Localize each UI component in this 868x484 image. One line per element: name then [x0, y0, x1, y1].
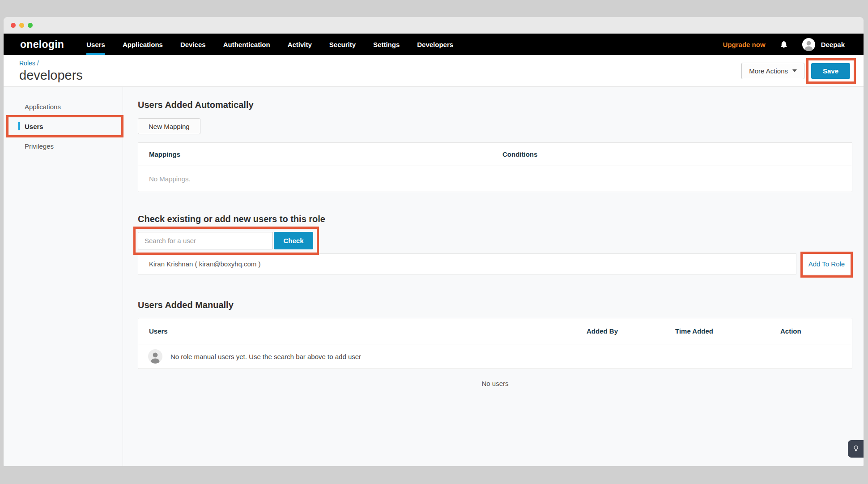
window-titlebar	[4, 17, 864, 34]
user-search-area: Check	[138, 232, 313, 249]
nav-item-activity[interactable]: Activity	[288, 34, 312, 55]
section-title-manual: Users Added Manually	[138, 299, 852, 311]
column-header-added-by: Added By	[587, 327, 675, 335]
account-menu[interactable]: Deepak	[802, 38, 845, 51]
screenshot-stage: onelogin Users Applications Devices Auth…	[0, 0, 868, 484]
sidebar-item-applications[interactable]: Applications	[4, 97, 123, 116]
column-header-users: Users	[138, 327, 587, 335]
page-header-left: Roles / developers	[19, 60, 83, 82]
search-result-row: Kiran Krishnan ( kiran@boxyhq.com ) Add …	[138, 253, 852, 274]
breadcrumb-roles-link[interactable]: Roles /	[19, 60, 83, 67]
navbar-right: Upgrade now Deepak	[723, 34, 864, 55]
nav-item-devices[interactable]: Devices	[180, 34, 206, 55]
page-title: developers	[19, 68, 83, 82]
upgrade-now-link[interactable]: Upgrade now	[723, 41, 766, 48]
save-button[interactable]: Save	[811, 63, 850, 79]
mappings-table-header: Mappings Conditions	[138, 143, 852, 166]
help-lightbulb-button[interactable]	[848, 440, 864, 458]
app-window: onelogin Users Applications Devices Auth…	[4, 17, 864, 466]
onelogin-logo[interactable]: onelogin	[4, 34, 64, 55]
new-mapping-button[interactable]: New Mapping	[138, 118, 200, 134]
nav-menu: Users Applications Devices Authenticatio…	[86, 34, 453, 55]
role-content: Users Added Automatically New Mapping Ma…	[123, 87, 864, 466]
sidebar-item-privileges[interactable]: Privileges	[4, 136, 123, 156]
active-item-indicator	[18, 122, 20, 130]
zoom-window-icon[interactable]	[28, 23, 33, 28]
nav-item-authentication[interactable]: Authentication	[223, 34, 270, 55]
minimize-window-icon[interactable]	[19, 23, 24, 28]
top-navbar: onelogin Users Applications Devices Auth…	[4, 34, 864, 55]
traffic-lights	[11, 23, 33, 28]
manual-table-header: Users Added By Time Added Action	[138, 318, 852, 344]
nav-item-settings[interactable]: Settings	[373, 34, 400, 55]
search-result-user: Kiran Krishnan ( kiran@boxyhq.com )	[138, 253, 796, 274]
user-name: Deepak	[821, 41, 845, 48]
annotation-box-users	[6, 115, 123, 137]
add-to-role-link[interactable]: Add To Role	[808, 260, 845, 268]
column-header-time-added: Time Added	[675, 327, 780, 335]
check-button[interactable]: Check	[274, 232, 313, 249]
column-header-mappings: Mappings	[138, 150, 502, 158]
manual-empty-row: No role manual users yet. Use the search…	[138, 344, 852, 368]
nav-item-users[interactable]: Users	[86, 34, 105, 55]
column-header-action: Action	[780, 327, 852, 335]
section-title-auto: Users Added Automatically	[138, 99, 852, 111]
chevron-down-icon	[792, 69, 797, 72]
placeholder-avatar-icon	[148, 349, 162, 364]
nav-item-applications[interactable]: Applications	[123, 34, 163, 55]
nav-item-security[interactable]: Security	[329, 34, 356, 55]
mappings-empty-text: No Mappings.	[138, 166, 852, 192]
more-actions-button[interactable]: More Actions	[741, 63, 804, 79]
mappings-table: Mappings Conditions No Mappings.	[138, 142, 852, 192]
no-users-text: No users	[138, 380, 852, 387]
notifications-bell-icon[interactable]	[780, 40, 788, 49]
sidebar-item-users-label: Users	[25, 123, 43, 130]
column-header-conditions: Conditions	[502, 150, 852, 158]
close-window-icon[interactable]	[11, 23, 16, 28]
sidebar-item-users[interactable]: Users	[4, 116, 123, 136]
section-title-check: Check existing or add new users to this …	[138, 213, 852, 225]
search-user-input[interactable]	[138, 232, 273, 249]
page-header-actions: More Actions Save	[741, 63, 850, 79]
add-to-role-area: Add To Role	[801, 253, 852, 274]
nav-item-developers[interactable]: Developers	[417, 34, 453, 55]
manual-users-table: Users Added By Time Added Action	[138, 318, 852, 369]
page-body: Applications Users Privileges Users Adde…	[4, 87, 864, 466]
role-sidebar: Applications Users Privileges	[4, 87, 123, 466]
more-actions-label: More Actions	[749, 67, 788, 75]
user-avatar	[802, 38, 815, 51]
lightbulb-icon	[853, 445, 859, 453]
page-header: Roles / developers More Actions Save	[4, 55, 864, 87]
manual-empty-text: No role manual users yet. Use the search…	[170, 353, 361, 360]
